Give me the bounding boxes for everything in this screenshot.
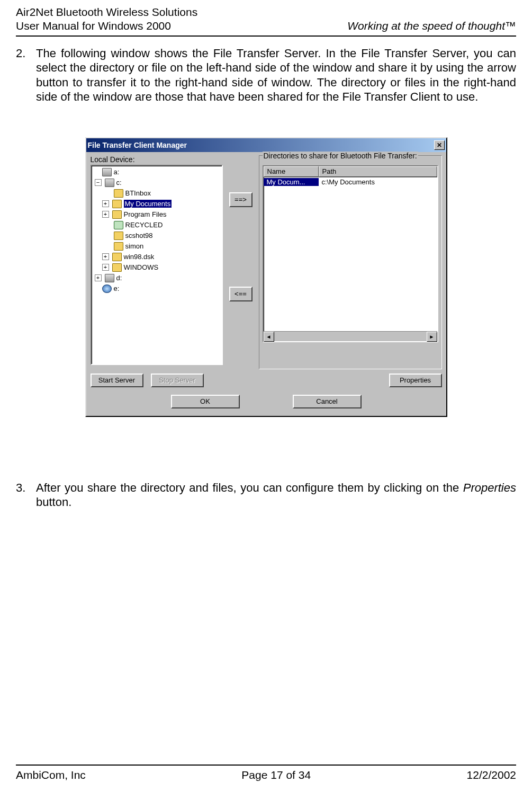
folder-icon: [112, 263, 122, 272]
cancel-button[interactable]: Cancel: [293, 395, 362, 408]
expander-icon[interactable]: −: [95, 179, 102, 186]
header-right: Working at the speed of thought™: [347, 19, 516, 33]
add-share-button[interactable]: ==>: [229, 192, 253, 207]
tree-item[interactable]: a:: [114, 168, 120, 176]
expander-icon[interactable]: +: [102, 200, 109, 207]
shared-label: Directories to share for Bluetooth File …: [263, 152, 418, 160]
globe-icon: [102, 285, 112, 293]
expander-icon[interactable]: +: [95, 274, 102, 281]
tree-item[interactable]: Program Files: [124, 210, 167, 218]
tree-item[interactable]: c:: [116, 179, 122, 186]
expander-icon[interactable]: +: [102, 264, 109, 271]
titlebar[interactable]: File Transfer Client Manager ✕: [86, 138, 446, 152]
col-path-header[interactable]: Path: [319, 166, 437, 177]
tree-item[interactable]: e:: [114, 285, 120, 292]
step3-properties-word: Properties: [463, 481, 516, 494]
file-transfer-window: File Transfer Client Manager ✕ Local Dev…: [85, 137, 447, 417]
header-left: Air2Net Bluetooth Wireless Solutions Use…: [16, 5, 197, 33]
folder-icon: [114, 232, 123, 240]
footer-rule: [16, 765, 516, 766]
recycle-icon: [114, 221, 123, 229]
step3-post: button.: [36, 495, 71, 509]
shared-path-cell: c:\My Documents: [319, 178, 437, 186]
shared-name-cell: My Docum...: [264, 178, 319, 186]
footer-company: AmbiCom, Inc: [16, 769, 86, 781]
shared-list[interactable]: Name Path My Docum... c:\My Documents ◄ …: [263, 165, 438, 342]
folder-icon: [112, 200, 122, 208]
drive-icon: [105, 179, 114, 187]
header-line1: Air2Net Bluetooth Wireless Solutions: [16, 5, 197, 19]
window-title: File Transfer Client Manager: [88, 141, 187, 149]
ok-button[interactable]: OK: [171, 395, 240, 408]
remove-share-button[interactable]: <==: [229, 287, 253, 301]
step2-number: 2.: [16, 46, 36, 104]
tree-item[interactable]: WINDOWS: [124, 263, 159, 271]
tree-item[interactable]: scshot98: [125, 232, 153, 239]
local-device-label: Local Device:: [91, 155, 223, 164]
step3-number: 3.: [16, 481, 36, 510]
tree-item[interactable]: RECYCLED: [125, 221, 163, 229]
floppy-icon: [102, 168, 112, 176]
folder-icon: [114, 242, 123, 251]
scroll-left-icon[interactable]: ◄: [264, 332, 274, 342]
horizontal-scrollbar[interactable]: ◄ ►: [264, 331, 437, 341]
col-name-header[interactable]: Name: [264, 166, 319, 177]
step2-text: The following window shows the File Tran…: [36, 46, 516, 104]
close-icon[interactable]: ✕: [434, 140, 445, 150]
footer-date: 12/2/2002: [467, 769, 516, 781]
start-server-button[interactable]: Start Server: [91, 374, 143, 387]
step3-pre: After you share the directory and files,…: [36, 481, 463, 494]
expander-icon[interactable]: +: [102, 253, 109, 260]
tree-item[interactable]: BTInbox: [125, 189, 151, 197]
drive-icon: [105, 274, 114, 282]
shared-row[interactable]: My Docum... c:\My Documents: [264, 177, 437, 187]
shared-group: Directories to share for Bluetooth File …: [259, 155, 442, 369]
scroll-right-icon[interactable]: ►: [427, 332, 437, 342]
stop-server-button: Stop Server: [151, 374, 204, 387]
folder-icon: [114, 189, 123, 198]
tree-item[interactable]: d:: [116, 274, 122, 282]
expander-icon[interactable]: +: [102, 211, 109, 218]
header-line2: User Manual for Windows 2000: [16, 19, 197, 33]
folder-icon: [112, 210, 122, 219]
step3-text: After you share the directory and files,…: [36, 481, 516, 510]
header-rule: [16, 35, 516, 37]
tree-item[interactable]: simon: [125, 242, 144, 250]
tree-item[interactable]: win98.dsk: [124, 253, 155, 261]
tree-item-selected[interactable]: My Documents: [124, 200, 172, 208]
footer-page: Page 17 of 34: [241, 769, 311, 781]
directory-tree[interactable]: a: −c: BTInbox +My Documents +Program Fi…: [91, 165, 223, 365]
properties-button[interactable]: Properties: [389, 374, 442, 387]
folder-icon: [112, 253, 122, 261]
